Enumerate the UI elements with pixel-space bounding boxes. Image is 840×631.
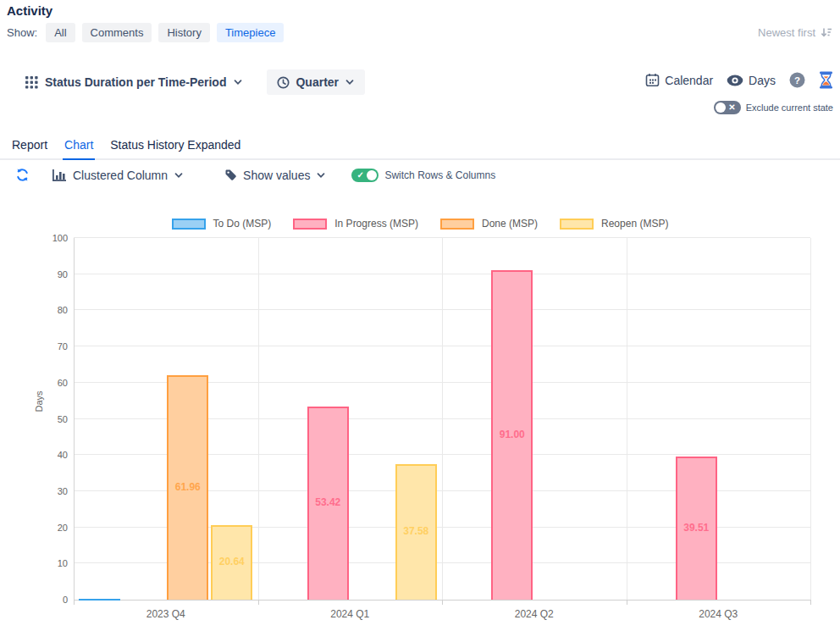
legend-swatch: [293, 219, 327, 230]
chart-type-dropdown[interactable]: Clustered Column: [52, 169, 184, 182]
bar-value-label: 39.51: [676, 522, 717, 534]
grid-icon: [25, 76, 38, 89]
clock-icon: [277, 76, 290, 89]
switch-rows-columns-toggle[interactable]: ✓: [351, 169, 379, 182]
page-title: Activity: [7, 3, 52, 18]
refresh-button[interactable]: [15, 168, 30, 182]
axis-tick: [74, 600, 75, 605]
gridline-v: [627, 238, 627, 600]
gridline-v: [74, 238, 75, 600]
y-tick-label: 70: [17, 341, 68, 351]
question-circle-icon: ?: [789, 72, 805, 88]
sort-order-control[interactable]: Newest first: [758, 25, 833, 39]
help-button[interactable]: ?: [789, 72, 805, 88]
legend-swatch: [560, 219, 594, 230]
timepiece-hourglass-button[interactable]: [819, 71, 833, 89]
toggle-knob: [367, 170, 377, 180]
toggle-check-icon: ✓: [356, 169, 363, 181]
legend-item[interactable]: Done (MSP): [440, 218, 538, 230]
period-dropdown[interactable]: Quarter: [267, 69, 365, 95]
eye-icon: [727, 75, 743, 86]
y-tick-label: 40: [17, 450, 68, 460]
view-tabs: Report Chart Status History Expanded: [0, 135, 840, 160]
bar-value-label: 20.64: [211, 556, 252, 567]
y-tick-label: 20: [17, 523, 68, 533]
gridline-v: [258, 238, 259, 600]
legend-label: To Do (MSP): [213, 218, 272, 230]
period-label: Quarter: [296, 75, 339, 89]
tag-icon: [224, 169, 237, 181]
toggle-x-icon: ✕: [728, 102, 735, 113]
bar[interactable]: [79, 599, 120, 601]
activity-filter-bar: Show: All Comments History Timepiece: [7, 23, 284, 42]
switch-rows-columns-control: ✓ Switch Rows & Columns: [351, 169, 495, 182]
axis-tick: [442, 600, 443, 605]
axis-tick: [627, 600, 627, 605]
chevron-down-icon: [316, 170, 326, 180]
exclude-current-state-label: Exclude current state: [746, 102, 833, 113]
y-tick-label: 100: [17, 233, 68, 243]
bar-value-label: 61.96: [167, 481, 208, 493]
svg-text:?: ?: [794, 75, 800, 86]
legend-item[interactable]: Reopen (MSP): [560, 218, 668, 230]
report-toolbar: Status Duration per Time-Period Quarter: [25, 69, 365, 95]
bar-value-label: 53.42: [307, 496, 349, 508]
x-tick-label: 2023 Q4: [115, 608, 217, 620]
exclude-current-state-control: ✕ Exclude current state: [714, 101, 833, 114]
unit-label: Days: [749, 74, 776, 87]
bar-value-label: 91.00: [491, 429, 533, 440]
chart-controls-bar: Clustered Column Show values ✓ Switch Ro…: [15, 168, 495, 182]
filter-timepiece-button[interactable]: Timepiece: [217, 23, 284, 42]
show-label: Show:: [7, 26, 37, 39]
bar-chart-icon: [52, 169, 67, 182]
chevron-down-icon: [345, 77, 355, 87]
axis-tick: [258, 600, 259, 605]
y-tick-label: 90: [17, 269, 68, 280]
legend-label: In Progress (MSP): [334, 218, 418, 230]
toggle-knob: [716, 102, 726, 113]
switch-rows-columns-label: Switch Rows & Columns: [384, 169, 495, 181]
show-values-label: Show values: [243, 169, 310, 182]
calendar-label: Calendar: [665, 74, 713, 87]
plot-area: 01020304050607080901002023 Q42024 Q12024…: [74, 238, 810, 600]
tab-chart[interactable]: Chart: [63, 135, 95, 160]
tab-status-history-expanded[interactable]: Status History Expanded: [108, 135, 242, 160]
legend-swatch: [172, 219, 206, 230]
legend-item[interactable]: In Progress (MSP): [293, 218, 418, 230]
toolbar-right-cluster: Calendar Days ?: [645, 71, 833, 89]
filter-comments-button[interactable]: Comments: [82, 23, 152, 42]
exclude-current-state-toggle[interactable]: ✕: [714, 101, 741, 114]
refresh-icon: [15, 168, 30, 182]
legend-swatch: [440, 219, 474, 230]
legend-item[interactable]: To Do (MSP): [172, 218, 272, 230]
x-tick-label: 2024 Q2: [484, 608, 585, 620]
x-tick-label: 2024 Q3: [667, 608, 769, 620]
chevron-down-icon: [174, 170, 184, 180]
report-type-label: Status Duration per Time-Period: [45, 75, 226, 89]
hourglass-icon: [819, 71, 833, 89]
y-tick-label: 50: [17, 414, 68, 424]
x-tick-label: 2024 Q1: [299, 608, 401, 620]
bar-value-label: 37.58: [395, 525, 437, 537]
gridline-v: [442, 238, 443, 600]
y-tick-label: 30: [17, 486, 68, 496]
display-unit-button[interactable]: Days: [727, 74, 776, 87]
y-tick-label: 0: [17, 595, 68, 605]
calendar-icon: [645, 73, 660, 87]
report-type-dropdown[interactable]: Status Duration per Time-Period: [25, 75, 243, 89]
filter-history-button[interactable]: History: [158, 23, 209, 42]
tab-report[interactable]: Report: [10, 135, 49, 160]
calendar-mode-button[interactable]: Calendar: [645, 73, 713, 87]
legend-label: Done (MSP): [482, 218, 538, 230]
legend-label: Reopen (MSP): [601, 218, 668, 230]
show-values-dropdown[interactable]: Show values: [224, 169, 326, 182]
y-tick-label: 80: [17, 305, 68, 315]
sort-descending-icon: [820, 25, 833, 39]
status-duration-chart: To Do (MSP)In Progress (MSP)Done (MSP)Re…: [0, 214, 840, 631]
filter-all-button[interactable]: All: [46, 23, 75, 42]
axis-tick: [810, 600, 811, 605]
gridline-v: [810, 238, 811, 600]
activity-panel: Activity Show: All Comments History Time…: [0, 0, 840, 631]
sort-order-label: Newest first: [758, 26, 815, 39]
chevron-down-icon: [233, 77, 243, 87]
